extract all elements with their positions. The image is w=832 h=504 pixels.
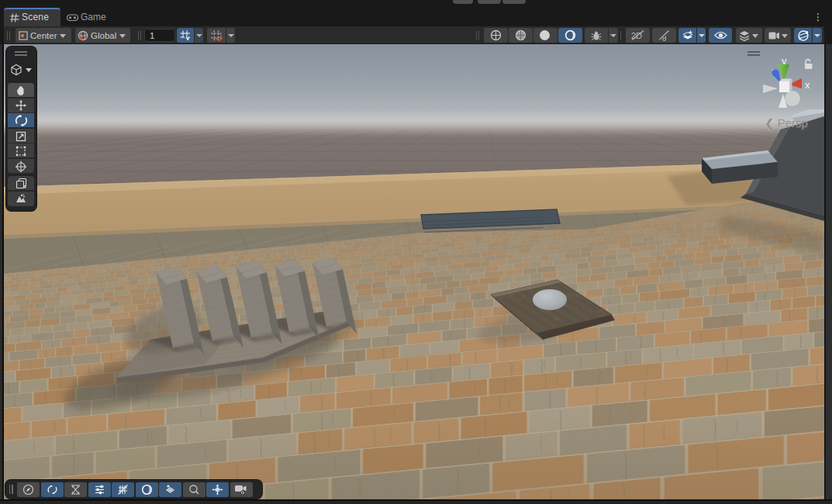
svg-text:2D: 2D — [631, 31, 642, 40]
svg-text:x: x — [805, 79, 810, 91]
